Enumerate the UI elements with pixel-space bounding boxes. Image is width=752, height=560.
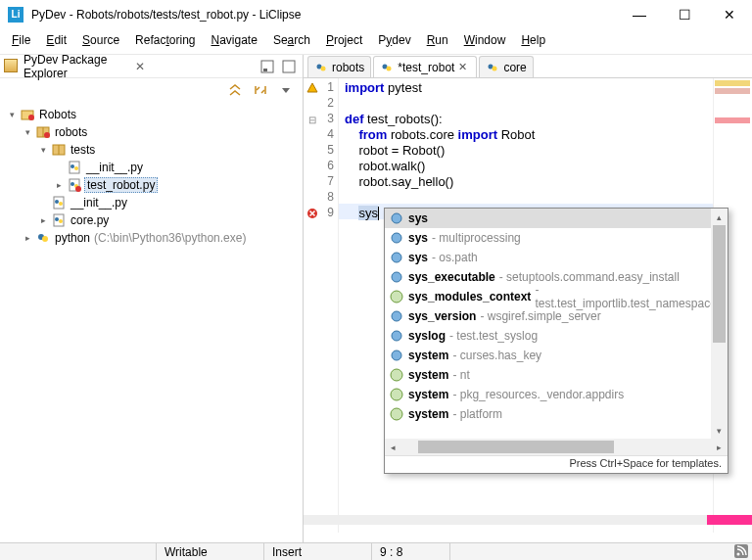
python-file-icon — [67, 160, 82, 175]
completion-item[interactable]: syslog - test.test_syslog — [385, 326, 728, 346]
tab-robots[interactable]: robots — [307, 56, 371, 77]
svg-point-35 — [392, 272, 401, 282]
menu-navigate[interactable]: Navigate — [204, 31, 265, 49]
tree-node-file[interactable]: __init__.py — [0, 159, 303, 176]
horizontal-scrollbar[interactable]: ◂ ▸ — [385, 439, 728, 455]
svg-rect-1 — [263, 69, 267, 71]
svg-point-12 — [74, 166, 78, 170]
module-icon — [389, 348, 404, 363]
package-explorer-icon — [4, 59, 20, 74]
maximize-view-icon[interactable] — [279, 57, 299, 76]
completion-item[interactable]: sys - os.path — [385, 248, 728, 267]
tree-node-interpreter[interactable]: ▸ python (C:\bin\Python36\python.exe) — [0, 229, 303, 247]
menu-edit[interactable]: Edit — [38, 31, 74, 49]
scroll-left-icon[interactable]: ◂ — [385, 443, 401, 452]
menubar: File Edit Source Refactoring Navigate Se… — [0, 29, 752, 51]
status-writable: Writable — [157, 543, 264, 560]
menu-project[interactable]: Project — [318, 31, 370, 49]
status-position: 9 : 8 — [372, 543, 450, 560]
python-file-icon — [486, 61, 499, 74]
window-title: PyDev - Robots/robots/tests/test_robot.p… — [31, 8, 617, 22]
maximize-button[interactable]: ☐ — [662, 0, 707, 29]
close-button[interactable]: ✕ — [707, 0, 752, 29]
view-close-icon[interactable]: ✕ — [132, 60, 148, 73]
horizontal-scrollbar[interactable] — [304, 515, 752, 525]
tab-label: core — [503, 61, 526, 74]
tree-node-file[interactable]: __init__.py — [0, 194, 303, 211]
statusbar: Writable Insert 9 : 8 — [0, 542, 752, 560]
scroll-up-icon[interactable]: ▴ — [711, 209, 728, 225]
completion-item[interactable]: sys - multiprocessing — [385, 228, 728, 248]
tree-node-package[interactable]: ▾ robots — [0, 123, 303, 141]
svg-point-36 — [391, 291, 402, 303]
completion-item[interactable]: system - curses.has_key — [385, 346, 728, 365]
editor-tabs: robots *test_robot ✕ core — [304, 55, 752, 78]
completion-item[interactable]: system - nt — [385, 365, 728, 385]
menu-pydev[interactable]: Pydev — [370, 31, 418, 49]
svg-point-38 — [392, 331, 401, 341]
error-icon — [304, 206, 321, 221]
warning-icon — [304, 80, 321, 96]
status-cell — [0, 543, 157, 560]
menu-search[interactable]: Search — [265, 31, 318, 49]
svg-point-42 — [391, 408, 402, 420]
completion-item[interactable]: sys_modules_context - test.test_importli… — [385, 287, 728, 306]
tree-node-root[interactable]: ▾ Robots — [0, 106, 303, 123]
svg-point-44 — [737, 553, 740, 556]
module-icon — [389, 210, 404, 226]
gutter-annotations: ⊟ — [304, 78, 321, 533]
module-icon — [389, 308, 404, 324]
class-icon — [389, 387, 404, 402]
completion-list[interactable]: sys sys - multiprocessing sys - os.path … — [385, 209, 728, 439]
overview-error-marker — [707, 515, 752, 525]
tree-node-folder[interactable]: ▾ tests — [0, 141, 303, 159]
view-menu-icon[interactable] — [275, 80, 297, 100]
scroll-right-icon[interactable]: ▸ — [711, 443, 728, 452]
menu-source[interactable]: Source — [74, 31, 127, 49]
line-numbers: 123 456 789 — [321, 78, 339, 533]
svg-point-4 — [28, 115, 34, 120]
module-icon — [389, 250, 404, 265]
view-toolbar — [0, 78, 303, 102]
svg-point-16 — [75, 186, 81, 192]
fold-icon[interactable]: ⊟ — [304, 112, 321, 127]
svg-point-24 — [42, 236, 48, 242]
menu-run[interactable]: Run — [419, 31, 456, 49]
project-tree[interactable]: ▾ Robots ▾ robots ▾ tests __init__.py ▸ — [0, 102, 303, 542]
completion-item[interactable]: system - pkg_resources._vendor.appdirs — [385, 385, 728, 404]
link-editor-icon[interactable] — [250, 80, 271, 100]
module-icon — [389, 230, 404, 246]
collapse-all-icon[interactable] — [224, 80, 246, 100]
scrollbar-thumb[interactable] — [418, 441, 614, 453]
scroll-down-icon[interactable]: ▾ — [711, 422, 728, 439]
minimize-view-icon[interactable] — [258, 57, 277, 76]
view-title: PyDev Package Explorer ✕ — [0, 55, 303, 78]
completion-item[interactable]: system - platform — [385, 404, 728, 424]
svg-point-18 — [55, 200, 59, 204]
completion-item[interactable]: sys — [385, 209, 728, 228]
menu-refactoring[interactable]: Refactoring — [127, 31, 203, 49]
tab-core[interactable]: core — [479, 56, 533, 77]
class-icon — [389, 367, 404, 383]
python-file-icon — [51, 195, 67, 210]
class-icon — [389, 289, 404, 304]
app-icon: Li — [8, 7, 24, 23]
svg-point-30 — [493, 66, 497, 70]
titlebar: Li PyDev - Robots/robots/tests/test_robo… — [0, 0, 752, 29]
feed-icon[interactable] — [734, 544, 748, 558]
svg-point-39 — [392, 350, 401, 360]
menu-help[interactable]: Help — [513, 31, 553, 49]
menu-window[interactable]: Window — [456, 31, 514, 49]
tree-node-file[interactable]: ▸ core.py — [0, 211, 303, 229]
svg-point-33 — [392, 233, 401, 243]
tree-node-file-selected[interactable]: ▸ test_robot.py — [0, 176, 303, 194]
vertical-scrollbar[interactable]: ▴ ▾ — [711, 209, 728, 439]
tab-close-icon[interactable]: ✕ — [458, 61, 470, 73]
tab-test-robot[interactable]: *test_robot ✕ — [373, 56, 477, 77]
svg-point-21 — [55, 217, 59, 221]
menu-file[interactable]: File — [4, 31, 38, 49]
scrollbar-thumb[interactable] — [713, 225, 726, 343]
svg-point-37 — [392, 311, 401, 321]
minimize-button[interactable]: — — [617, 0, 662, 29]
svg-point-41 — [391, 389, 402, 400]
